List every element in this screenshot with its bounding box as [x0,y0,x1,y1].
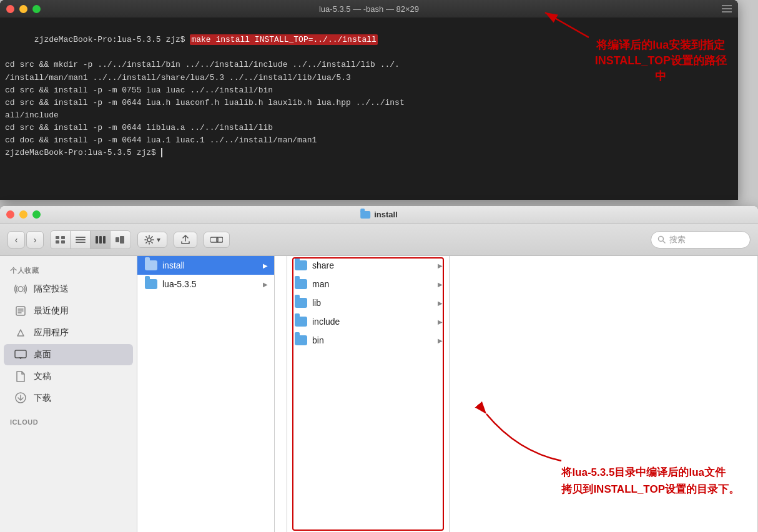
sidebar-item-airdrop[interactable]: 隔空投送 [4,278,133,300]
finder-column-3: share ▶ man ▶ lib ▶ includ [287,256,450,532]
sidebar-item-label: 最近使用 [34,305,69,317]
terminal-resize-icon [722,4,732,14]
item-label: lib [312,298,321,308]
search-box[interactable]: 搜索 [651,231,751,249]
sidebar-section-label-favorites: 个人收藏 [0,262,137,278]
terminal-annotation: 将编译后的lua安装到指定 INSTALL_TOP设置的路径 中 [595,37,727,85]
item-label: share [312,260,334,270]
svg-rect-10 [99,236,102,244]
chevron-right-icon: ▶ [438,337,443,344]
downloads-icon [14,392,27,405]
view-icon-button[interactable] [51,231,71,249]
sidebar-item-label: 桌面 [34,349,51,360]
svg-rect-12 [116,237,119,242]
gear-icon [144,235,154,245]
list-item[interactable]: lib ▶ [287,293,449,312]
docs-icon [14,370,27,383]
item-label: bin [312,335,324,345]
share-button[interactable] [174,232,197,248]
view-mode-group [50,230,131,249]
terminal-title: lua-5.3.5 — -bash — 82×29 [319,4,419,14]
arrow-svg [539,6,589,44]
terminal-annotation-text: 将编译后的lua安装到指定 INSTALL_TOP设置的路径 中 [595,37,727,85]
search-icon [657,235,666,244]
svg-rect-8 [76,242,86,243]
dropdown-chevron: ▾ [157,235,160,244]
finder-toolbar: ‹ › ▾ [0,224,758,256]
view-column-button[interactable] [91,231,111,249]
sidebar-item-downloads[interactable]: 下载 [4,388,133,409]
tag-button[interactable] [204,232,230,248]
sidebar-item-label: 文稿 [34,371,51,382]
folder-icon [295,279,307,289]
list-item[interactable]: share ▶ [287,256,449,275]
finder-titlebar: install [0,206,758,224]
view-coverflow-button[interactable] [111,231,130,249]
list-item[interactable]: lua-5.3.5 ▶ [137,275,274,293]
svg-rect-13 [120,236,124,244]
folder-icon [295,317,307,327]
terminal-command-highlight: make install INSTALL_TOP=../../install [190,34,377,45]
list-item[interactable]: man ▶ [287,275,449,293]
finder-close-button[interactable] [6,210,14,219]
sidebar-item-docs[interactable]: 文稿 [4,366,133,387]
svg-line-1 [545,12,589,37]
folder-icon [145,260,157,270]
finder-maximize-button[interactable] [32,210,41,219]
minimize-button[interactable] [19,5,27,13]
terminal-line: cd src && install -p -m 0755 lua luac ..… [5,84,733,97]
folder-icon [295,335,307,345]
list-item[interactable]: bin ▶ [287,331,449,350]
terminal-line: all/include [5,109,733,122]
sidebar-item-apps[interactable]: 应用程序 [4,322,133,343]
finder-column-2 [275,256,287,532]
chevron-right-icon: ▶ [438,318,443,325]
finder-annotation: 将lua-5.3.5目录中编译后的lua文件 拷贝到INSTALL_TOP设置的… [561,464,739,498]
maximize-button[interactable] [32,5,41,13]
finder-sidebar: 个人收藏 隔空投送 最近使用 应用程序 [0,256,137,532]
terminal-prompt: zjzdeMacBook-Pro:lua-5.3.5 zjz$ [34,35,190,44]
sidebar-item-recent[interactable]: 最近使用 [4,300,133,322]
action-dropdown-button[interactable]: ▾ [137,232,167,248]
airdrop-icon [14,282,27,296]
finder-arrow-svg [468,401,593,464]
folder-icon [295,298,307,308]
list-item[interactable]: include ▶ [287,312,449,331]
apps-icon [14,326,27,340]
view-list-button[interactable] [71,231,91,249]
recent-icon [14,304,27,318]
svg-rect-7 [76,239,86,240]
terminal-line: cd doc && install -p -m 0644 lua.1 luac.… [5,134,733,147]
terminal-titlebar: lua-5.3.5 — -bash — 82×29 [0,0,738,17]
terminal-line: cd src && install -p -m 0644 lua.h luaco… [5,97,733,109]
sidebar-item-label: 下载 [34,393,51,404]
terminal-line: cd src && install -p -m 0644 liblua.a ..… [5,122,733,134]
svg-rect-9 [96,236,98,244]
sidebar-item-label: 隔空投送 [34,283,69,295]
item-label: include [312,317,340,327]
list-item[interactable]: install ▶ [137,256,274,275]
finder-annotation-text: 将lua-5.3.5目录中编译后的lua文件 拷贝到INSTALL_TOP设置的… [561,464,739,498]
folder-icon [145,279,157,289]
svg-rect-5 [61,240,65,244]
back-button[interactable]: ‹ [7,231,25,249]
svg-rect-24 [15,350,26,358]
terminal-window: lua-5.3.5 — -bash — 82×29 zjzdeMacBook-P… [0,0,738,200]
item-label: install [162,260,185,270]
item-label: man [312,279,329,289]
sidebar-item-desktop[interactable]: 桌面 [4,344,133,365]
tag-icon [210,235,223,245]
close-button[interactable] [6,5,14,13]
search-placeholder: 搜索 [669,234,686,245]
sidebar-item-label: 应用程序 [34,327,69,338]
terminal-line: zjzdeMacBook-Pro:lua-5.3.5 zjz$ [5,147,733,159]
svg-point-14 [147,238,151,242]
finder-minimize-button[interactable] [19,210,27,219]
finder-column-1: install ▶ lua-5.3.5 ▶ [137,256,275,532]
forward-button[interactable]: › [26,231,44,249]
svg-rect-6 [76,237,86,238]
desktop-icon [14,348,27,362]
chevron-right-icon: ▶ [263,262,268,269]
item-label: lua-5.3.5 [162,279,196,289]
svg-rect-11 [103,236,106,244]
